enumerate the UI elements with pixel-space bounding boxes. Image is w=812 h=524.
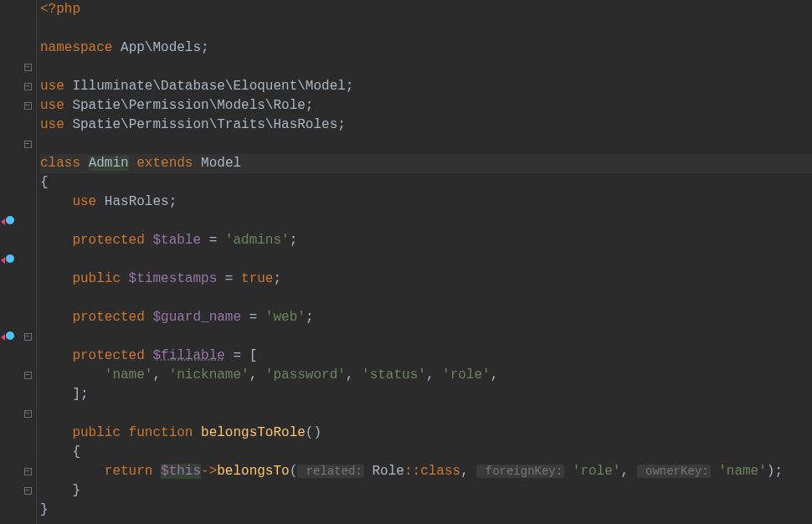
fold-marker-icon[interactable] [24,333,33,342]
gutter-row [0,404,36,424]
string-status: 'status' [362,367,426,383]
keyword-true: true [241,271,273,286]
keyword-class-const: class [420,464,460,479]
arrow-op: -> [201,464,217,479]
code-line[interactable]: use HasRoles; [40,193,812,212]
comma: , [460,464,476,479]
code-line[interactable]: } [40,481,812,501]
comma: , [620,464,636,479]
keyword-use: use [40,79,64,94]
php-tag: <?php [40,2,80,17]
keyword-return: return [105,464,153,479]
code-line-current[interactable]: class Admin extends Model [40,154,812,173]
paren-open: ( [290,464,298,479]
string-name: 'name' [105,367,153,383]
parent-class: Model [193,156,241,171]
editor-gutter [0,0,37,524]
semicolon: ; [306,310,314,325]
equals: = [217,271,241,286]
fold-marker-icon[interactable] [24,410,33,419]
gutter-row [0,385,36,404]
code-line[interactable] [40,250,812,270]
gutter-row [0,327,36,347]
code-line[interactable] [40,135,812,154]
gutter-row [0,154,36,173]
fold-marker-icon[interactable] [24,64,33,72]
code-line[interactable]: { [40,173,812,193]
double-colon: :: [404,464,420,479]
code-line[interactable] [40,212,812,231]
code-line[interactable] [40,404,812,424]
paren-close: ); [767,464,783,479]
class-role: Role [364,464,404,479]
code-line[interactable]: { [40,443,812,462]
keyword-protected: protected [72,233,144,248]
comma: , [426,367,442,383]
variable-guard: $guard_name [145,310,241,325]
brace-open: { [40,175,49,190]
code-line[interactable]: public $timestamps = true; [40,270,812,289]
keyword-protected: protected [72,310,144,325]
code-line[interactable]: namespace App\Models; [40,39,812,58]
fold-marker-icon[interactable] [24,372,33,380]
code-line[interactable] [40,327,812,347]
code-line[interactable] [40,58,812,77]
gutter-row [0,308,36,327]
gutter-row [0,116,36,135]
gutter-row [0,231,36,250]
fold-marker-icon[interactable] [24,141,33,149]
code-line[interactable]: protected $table = 'admins'; [40,231,812,250]
method-belongsTo: belongsTo [217,464,289,479]
code-line[interactable] [40,19,812,39]
code-line[interactable]: protected $guard_name = 'web'; [40,308,812,327]
code-line[interactable]: use Spatie\Permission\Traits\HasRoles; [40,116,812,135]
string-web: 'web' [265,310,306,325]
string-name: 'name' [711,464,767,479]
code-line[interactable]: } [40,501,812,520]
equals: = [241,310,265,325]
param-hint-related: related: [297,465,364,478]
code-line[interactable]: return $this->belongsTo( related: Role::… [40,462,812,481]
code-line[interactable]: use Illuminate\Database\Eloquent\Model; [40,77,812,96]
code-line[interactable]: ]; [40,385,812,404]
fold-marker-icon[interactable] [24,102,33,110]
fold-marker-icon[interactable] [24,83,33,91]
semicolon: ; [290,233,298,248]
string-role: 'role' [564,464,620,479]
override-icon[interactable] [2,331,15,344]
code-line[interactable]: <?php [40,0,812,19]
code-editor[interactable]: <?php namespace App\Models; use Illumina… [0,0,812,524]
code-line[interactable]: protected $fillable = [ [40,347,812,366]
code-line[interactable]: public function belongsToRole() [40,424,812,443]
gutter-row [0,366,36,385]
brace-close: } [40,502,49,517]
keyword-namespace: namespace [40,40,112,55]
code-line[interactable]: 'name', 'nickname', 'password', 'status'… [40,366,812,385]
keyword-class: class [40,156,80,171]
override-icon[interactable] [2,254,15,267]
variable-fillable: fillable [161,348,225,363]
gutter-row [0,289,36,308]
code-line[interactable]: use Spatie\Permission\Models\Role; [40,96,812,116]
comma: , [346,367,362,383]
keyword-protected: protected [72,348,144,363]
variable-this: $this [161,464,201,479]
gutter-row [0,347,36,366]
gutter-row [0,39,36,58]
gutter-row [0,270,36,289]
fold-marker-icon[interactable] [24,487,33,496]
class-name: Admin [89,156,129,171]
gutter-row [0,96,36,116]
use-path: Spatie\Permission\Models\Role; [64,98,314,113]
code-line[interactable] [40,289,812,308]
gutter-row [0,19,36,39]
variable-table: $table [145,233,201,248]
gutter-row [0,0,36,19]
param-hint-ownerKey: ownerKey: [637,465,711,478]
trait-name: HasRoles; [96,194,177,209]
override-icon[interactable] [2,215,15,229]
code-area[interactable]: <?php namespace App\Models; use Illumina… [37,0,812,524]
use-path: Spatie\Permission\Traits\HasRoles; [64,117,346,132]
equals: = [201,233,225,248]
fold-marker-icon[interactable] [24,468,33,476]
